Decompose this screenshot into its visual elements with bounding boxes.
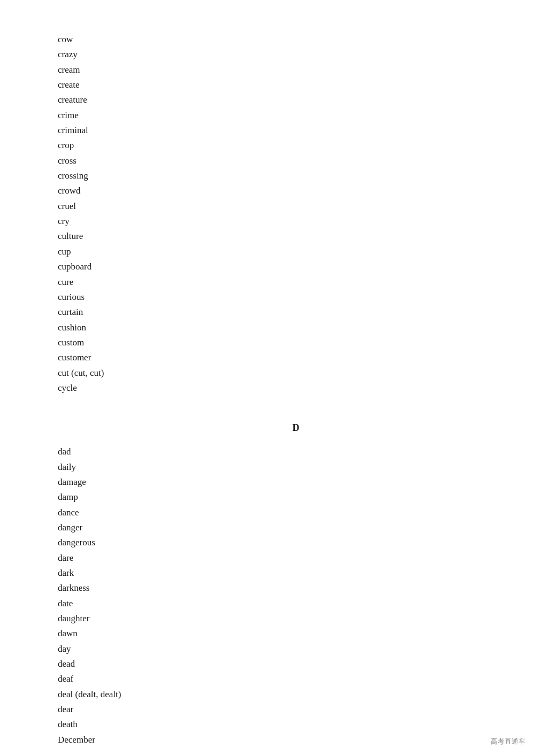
list-item: customer <box>58 350 535 365</box>
list-item: creature <box>58 92 535 107</box>
list-item: cow <box>58 32 535 47</box>
list-item: create <box>58 78 535 92</box>
list-item: date <box>58 596 535 611</box>
list-item: damage <box>58 475 535 490</box>
list-item: damp <box>58 490 535 505</box>
list-item: curious <box>58 290 535 305</box>
list-item: cycle <box>58 381 535 396</box>
list-item: day <box>58 642 535 657</box>
list-item: cure <box>58 275 535 290</box>
list-item: deal (dealt, dealt) <box>58 687 535 702</box>
c-word-list: cowcrazycreamcreatecreaturecrimecriminal… <box>58 32 535 396</box>
list-item: cry <box>58 214 535 229</box>
list-item: crop <box>58 138 535 153</box>
d-word-list: daddailydamagedampdancedangerdangerousda… <box>58 444 535 747</box>
list-item: cut (cut, cut) <box>58 366 535 381</box>
list-item: daughter <box>58 611 535 626</box>
list-item: dark <box>58 566 535 581</box>
list-item: daily <box>58 460 535 475</box>
d-section-header: D <box>58 422 535 434</box>
list-item: dangerous <box>58 535 535 550</box>
list-item: custom <box>58 335 535 350</box>
list-item: dare <box>58 551 535 566</box>
list-item: culture <box>58 229 535 244</box>
d-section-label: D <box>293 422 301 433</box>
list-item: darkness <box>58 581 535 596</box>
list-item: danger <box>58 520 535 535</box>
list-item: cream <box>58 63 535 78</box>
list-item: dance <box>58 505 535 520</box>
list-item: cushion <box>58 320 535 335</box>
list-item: curtain <box>58 305 535 320</box>
list-item: December <box>58 732 535 747</box>
list-item: cupboard <box>58 259 535 274</box>
list-item: crossing <box>58 168 535 183</box>
list-item: crime <box>58 108 535 123</box>
watermark: 高考直通车 <box>491 737 525 746</box>
list-item: dear <box>58 702 535 717</box>
list-item: cruel <box>58 199 535 214</box>
list-item: dawn <box>58 626 535 641</box>
list-item: criminal <box>58 123 535 138</box>
list-item: dead <box>58 657 535 672</box>
list-item: crazy <box>58 47 535 62</box>
page-content: cowcrazycreamcreatecreaturecrimecriminal… <box>0 0 535 756</box>
list-item: deaf <box>58 672 535 686</box>
list-item: crowd <box>58 183 535 198</box>
list-item: cup <box>58 244 535 259</box>
list-item: dad <box>58 444 535 459</box>
list-item: death <box>58 717 535 732</box>
list-item: cross <box>58 153 535 168</box>
